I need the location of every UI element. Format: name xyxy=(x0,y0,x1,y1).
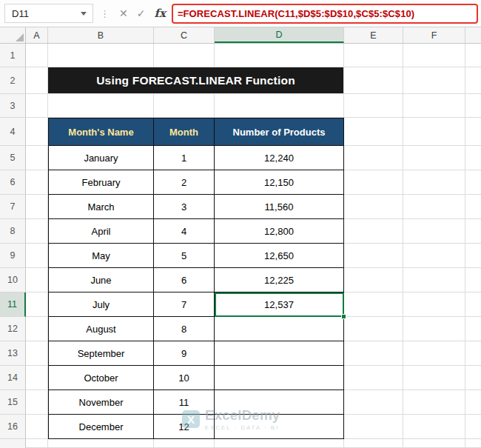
cell-month-name[interactable]: January xyxy=(48,146,154,170)
cell[interactable] xyxy=(344,390,403,415)
cell-month-number[interactable]: 12 xyxy=(154,415,215,439)
row-header[interactable]: 7 xyxy=(0,195,26,219)
row-header[interactable]: 1 xyxy=(0,44,26,67)
cell[interactable] xyxy=(403,268,465,292)
row-header[interactable]: 4 xyxy=(0,118,26,146)
cell-month-number[interactable]: 9 xyxy=(154,341,215,366)
cell-month-number[interactable]: 6 xyxy=(154,268,215,292)
cell[interactable] xyxy=(26,118,48,146)
row-header-11-selected[interactable]: 11 xyxy=(0,292,26,317)
column-header-d-selected[interactable]: D xyxy=(215,27,344,43)
table-header-number-of-products[interactable]: Number of Products xyxy=(215,118,344,146)
cell[interactable] xyxy=(215,94,344,118)
row-header[interactable]: 8 xyxy=(0,219,26,244)
formula-input[interactable]: =FORECAST.LINEAR(C11,$D$5:$D$10,$C$5:$C$… xyxy=(172,4,478,24)
insert-function-button[interactable]: fx xyxy=(154,7,165,20)
cell[interactable] xyxy=(344,219,403,244)
cell[interactable] xyxy=(344,268,403,292)
row-header[interactable]: 9 xyxy=(0,244,26,268)
cell[interactable] xyxy=(403,67,465,94)
cell-products-empty[interactable] xyxy=(215,415,344,439)
select-all-corner[interactable] xyxy=(0,27,26,43)
cell[interactable] xyxy=(344,195,403,219)
row-header[interactable]: 2 xyxy=(0,67,26,94)
name-box[interactable]: D11 xyxy=(4,4,93,23)
column-header-c[interactable]: C xyxy=(154,27,215,43)
cell[interactable] xyxy=(403,146,465,170)
fill-handle[interactable] xyxy=(341,314,346,319)
cell-month-name[interactable]: February xyxy=(48,170,154,195)
cell[interactable] xyxy=(26,146,48,170)
cell[interactable] xyxy=(403,366,465,390)
cell-month-name[interactable]: November xyxy=(48,390,154,415)
cell-month-number[interactable]: 11 xyxy=(154,390,215,415)
cell-month-number[interactable]: 5 xyxy=(154,244,215,268)
cell[interactable] xyxy=(344,67,403,94)
cell[interactable] xyxy=(26,219,48,244)
cell-products-empty[interactable] xyxy=(215,317,344,341)
sheet-title-cell[interactable]: Using FORECAST.LINEAR Function xyxy=(48,67,344,94)
cell[interactable] xyxy=(344,292,403,317)
row-header[interactable]: 3 xyxy=(0,94,26,118)
row-header[interactable]: 15 xyxy=(0,390,26,415)
cell[interactable] xyxy=(403,94,465,118)
drag-handle-icon[interactable]: ⋮ xyxy=(100,8,110,19)
cell[interactable] xyxy=(403,118,465,146)
cell[interactable] xyxy=(154,94,215,118)
cell[interactable] xyxy=(344,94,403,118)
cell[interactable] xyxy=(26,415,48,439)
cell[interactable] xyxy=(344,415,403,439)
cell[interactable] xyxy=(403,195,465,219)
cell[interactable] xyxy=(26,170,48,195)
cell-products[interactable]: 12,800 xyxy=(215,219,344,244)
cell[interactable] xyxy=(26,366,48,390)
cell-products-empty[interactable] xyxy=(215,366,344,390)
cell[interactable] xyxy=(344,244,403,268)
row-header[interactable]: 12 xyxy=(0,317,26,341)
cell-month-name[interactable]: September xyxy=(48,341,154,366)
cell[interactable] xyxy=(403,44,465,67)
cell-month-number[interactable]: 8 xyxy=(154,317,215,341)
cell[interactable] xyxy=(26,390,48,415)
cell[interactable] xyxy=(48,94,154,118)
cell-products[interactable]: 12,240 xyxy=(215,146,344,170)
row-header[interactable]: 14 xyxy=(0,366,26,390)
cell[interactable] xyxy=(403,170,465,195)
table-header-months-name[interactable]: Month's Name xyxy=(48,118,154,146)
column-header-b[interactable]: B xyxy=(48,27,154,43)
cell[interactable] xyxy=(26,341,48,366)
cell-month-name[interactable]: April xyxy=(48,219,154,244)
cell[interactable] xyxy=(26,244,48,268)
cell-products[interactable]: 12,225 xyxy=(215,268,344,292)
cell[interactable] xyxy=(403,341,465,366)
cell-products[interactable]: 12,150 xyxy=(215,170,344,195)
cell[interactable] xyxy=(403,415,465,439)
cell[interactable] xyxy=(344,146,403,170)
cell[interactable] xyxy=(26,94,48,118)
cell[interactable] xyxy=(26,195,48,219)
cell[interactable] xyxy=(403,219,465,244)
cell[interactable] xyxy=(344,366,403,390)
cell-products-empty[interactable] xyxy=(215,341,344,366)
row-header[interactable]: 6 xyxy=(0,170,26,195)
row-header[interactable]: 13 xyxy=(0,341,26,366)
cell[interactable] xyxy=(26,67,48,94)
cell-products-empty[interactable] xyxy=(215,390,344,415)
cell[interactable] xyxy=(344,118,403,146)
selected-cell-d11[interactable]: 12,537 xyxy=(215,292,344,317)
cell[interactable] xyxy=(26,317,48,341)
cell-month-number[interactable]: 4 xyxy=(154,219,215,244)
cell[interactable] xyxy=(344,341,403,366)
cell-month-number[interactable]: 1 xyxy=(154,146,215,170)
table-header-month[interactable]: Month xyxy=(154,118,215,146)
cell[interactable] xyxy=(215,44,344,67)
cell-month-name[interactable]: March xyxy=(48,195,154,219)
cell[interactable] xyxy=(26,44,48,67)
cell[interactable] xyxy=(344,44,403,67)
column-header-f[interactable]: F xyxy=(403,27,465,43)
cancel-button[interactable]: ✕ xyxy=(119,7,128,19)
cell-month-name[interactable]: December xyxy=(48,415,154,439)
cell[interactable] xyxy=(403,292,465,317)
cell-products[interactable]: 12,650 xyxy=(215,244,344,268)
cell-month-number[interactable]: 7 xyxy=(154,292,215,317)
